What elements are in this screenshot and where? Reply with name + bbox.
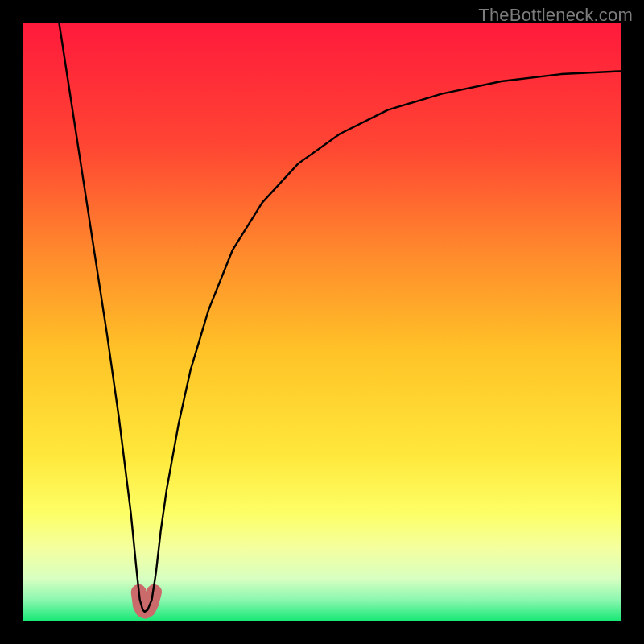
chart-frame: TheBottleneck.com	[0, 0, 644, 644]
plot-area	[23, 23, 621, 621]
gradient-background	[23, 23, 621, 621]
bottleneck-chart	[23, 23, 621, 621]
